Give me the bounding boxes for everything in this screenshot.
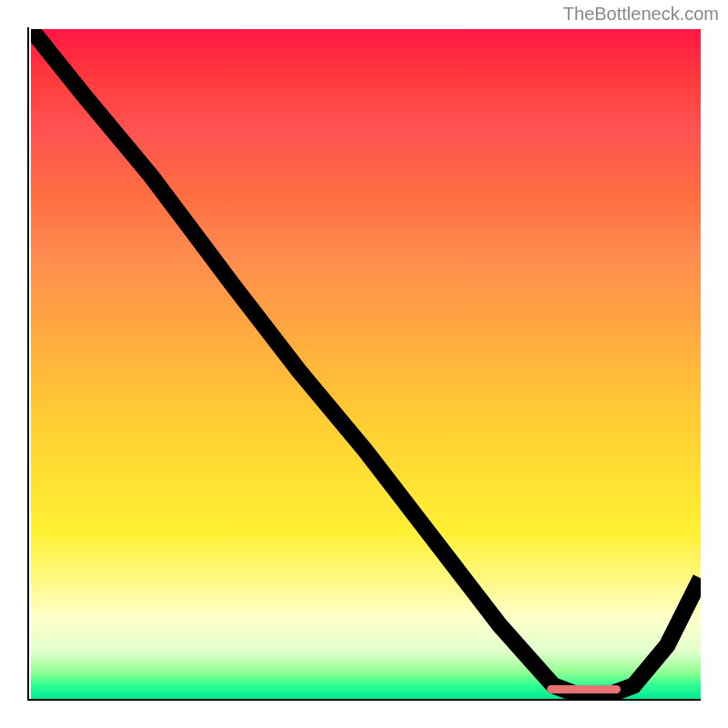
bottleneck-curve (31, 29, 701, 695)
watermark-text: TheBottleneck.com (563, 4, 719, 25)
plot-area (31, 29, 701, 699)
curve-svg (31, 29, 701, 699)
chart-frame (27, 27, 701, 701)
optimal-range-marker (547, 685, 621, 693)
